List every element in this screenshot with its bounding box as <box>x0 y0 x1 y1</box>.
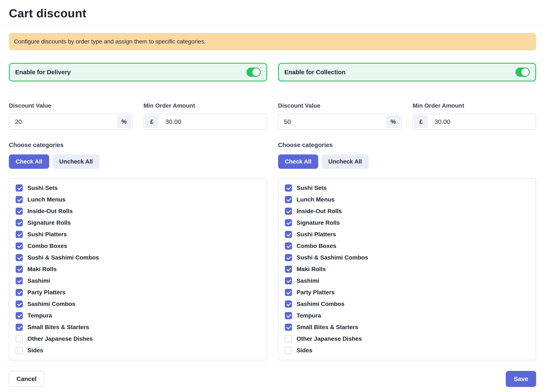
category-row[interactable]: Sushi Platters <box>16 231 260 238</box>
category-checkbox[interactable] <box>285 335 292 342</box>
category-checkbox[interactable] <box>285 277 292 284</box>
category-row[interactable]: Tempura <box>285 312 530 319</box>
category-row[interactable]: Signature Rolls <box>285 219 530 226</box>
category-checkbox[interactable] <box>285 266 292 273</box>
delivery-categories-section: Choose categories Check All Uncheck All … <box>9 142 267 360</box>
delivery-uncheck-all-button[interactable]: Uncheck All <box>53 155 99 169</box>
category-checkbox[interactable] <box>285 312 292 319</box>
discount-value-group: % <box>9 114 132 130</box>
category-checkbox[interactable] <box>285 208 292 215</box>
collection-bulk-buttons: Check All Uncheck All <box>278 155 536 169</box>
category-row[interactable]: Signature Rolls <box>16 219 260 226</box>
category-row[interactable]: Sushi & Sashimi Combos <box>285 254 530 261</box>
category-label: Sashimi Combos <box>297 301 345 307</box>
collection-uncheck-all-button[interactable]: Uncheck All <box>322 155 369 169</box>
page-footer: Cancel Save <box>0 366 545 392</box>
category-checkbox[interactable] <box>16 231 23 238</box>
category-checkbox[interactable] <box>16 300 23 308</box>
category-checkbox[interactable] <box>16 324 23 331</box>
save-button[interactable]: Save <box>506 371 536 387</box>
category-checkbox[interactable] <box>16 243 23 249</box>
category-row[interactable]: Small Bites & Starters <box>16 324 260 331</box>
category-row[interactable]: Tempura <box>16 312 260 319</box>
choose-categories-heading: Choose categories <box>278 142 536 149</box>
category-row[interactable]: Sashimi Combos <box>285 300 530 308</box>
collection-check-all-button[interactable]: Check All <box>278 155 318 169</box>
category-row[interactable]: Sushi Sets <box>285 184 530 192</box>
category-row[interactable]: Lunch Menus <box>16 196 260 203</box>
category-checkbox[interactable] <box>16 289 23 296</box>
category-row[interactable]: Small Bites & Starters <box>285 324 530 331</box>
delivery-toggle[interactable] <box>247 68 261 77</box>
collection-toggle[interactable] <box>515 68 530 77</box>
category-label: Lunch Menus <box>297 196 335 203</box>
category-checkbox[interactable] <box>285 231 292 238</box>
category-label: Sushi & Sashimi Combos <box>27 254 99 261</box>
category-row[interactable]: Inside-Out Rolls <box>285 208 530 215</box>
category-row[interactable]: Lunch Menus <box>285 196 530 203</box>
category-label: Combo Boxes <box>297 243 336 249</box>
category-row[interactable]: Sides <box>16 347 260 354</box>
category-row[interactable]: Other Japanese Dishes <box>285 335 530 342</box>
category-row[interactable]: Sushi & Sashimi Combos <box>16 254 260 261</box>
category-checkbox[interactable] <box>285 289 292 296</box>
enable-delivery-label: Enable for Delivery <box>15 69 71 76</box>
category-row[interactable]: Party Platters <box>285 289 530 296</box>
category-checkbox[interactable] <box>285 219 292 226</box>
currency-prefix: £ <box>414 115 428 128</box>
category-checkbox[interactable] <box>16 312 23 319</box>
category-checkbox[interactable] <box>16 184 23 192</box>
category-checkbox[interactable] <box>16 219 23 226</box>
category-row[interactable]: Other Japanese Dishes <box>16 335 260 342</box>
category-label: Tempura <box>27 312 52 319</box>
category-row[interactable]: Maki Rolls <box>16 266 260 273</box>
category-label: Tempura <box>297 312 321 319</box>
delivery-category-list: Sushi Sets Lunch Menus Inside-Out Rolls <box>9 178 267 360</box>
category-label: Sushi Platters <box>27 231 67 238</box>
category-row[interactable]: Maki Rolls <box>285 266 530 273</box>
collection-min-order-input[interactable] <box>429 114 536 129</box>
discount-value-label: Discount Value <box>278 102 402 109</box>
category-checkbox[interactable] <box>285 347 292 354</box>
delivery-min-order-input[interactable] <box>160 114 267 129</box>
category-row[interactable]: Sides <box>285 347 530 354</box>
discount-value-group: % <box>278 114 402 130</box>
category-checkbox[interactable] <box>285 324 292 331</box>
page-title: Cart discount <box>9 6 536 20</box>
choose-categories-heading: Choose categories <box>9 142 267 149</box>
delivery-check-all-button[interactable]: Check All <box>9 155 49 169</box>
min-order-group: £ <box>143 114 267 130</box>
category-checkbox[interactable] <box>285 196 292 203</box>
category-checkbox[interactable] <box>16 196 23 203</box>
category-checkbox[interactable] <box>16 277 23 284</box>
category-row[interactable]: Party Platters <box>16 289 260 296</box>
category-row[interactable]: Sashimi Combos <box>16 300 260 308</box>
category-checkbox[interactable] <box>285 300 292 308</box>
category-checkbox[interactable] <box>285 243 292 249</box>
category-checkbox[interactable] <box>285 254 292 261</box>
category-checkbox[interactable] <box>16 254 23 261</box>
percent-suffix: % <box>386 115 400 128</box>
category-row[interactable]: Inside-Out Rolls <box>16 208 260 215</box>
collection-discount-input[interactable] <box>279 114 385 129</box>
info-banner-text: Configure discounts by order type and as… <box>14 38 206 45</box>
category-label: Sides <box>27 347 43 354</box>
category-row[interactable]: Sushi Platters <box>285 231 530 238</box>
category-row[interactable]: Combo Boxes <box>16 243 260 249</box>
category-row[interactable]: Sashimi <box>285 277 530 284</box>
category-row[interactable]: Sashimi <box>16 277 260 284</box>
category-row[interactable]: Sushi Sets <box>16 184 260 192</box>
collection-category-list: Sushi Sets Lunch Menus Inside-Out Rolls <box>278 178 536 360</box>
category-checkbox[interactable] <box>16 335 23 342</box>
category-label: Maki Rolls <box>27 266 56 273</box>
delivery-min-order-field: Min Order Amount £ <box>143 102 267 130</box>
category-checkbox[interactable] <box>16 347 23 354</box>
category-checkbox[interactable] <box>16 208 23 215</box>
category-checkbox[interactable] <box>16 266 23 273</box>
category-row[interactable]: Combo Boxes <box>285 243 530 249</box>
category-checkbox[interactable] <box>285 184 292 192</box>
delivery-discount-input[interactable] <box>9 114 116 129</box>
divider <box>9 92 267 92</box>
category-label: Combo Boxes <box>27 243 67 249</box>
cancel-button[interactable]: Cancel <box>9 371 44 387</box>
